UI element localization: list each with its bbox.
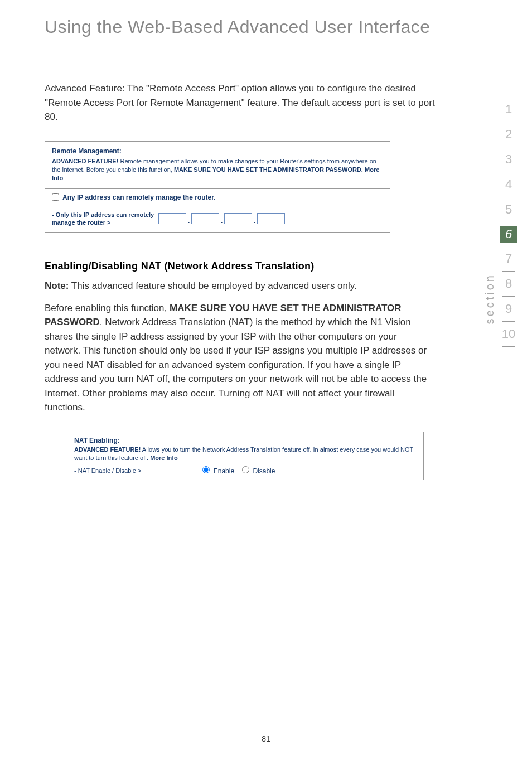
nav-10[interactable]: 10	[500, 325, 518, 343]
page-number: 81	[262, 734, 270, 743]
nat-more-info-link[interactable]: More Info	[150, 454, 178, 461]
nav-divider	[502, 321, 515, 322]
remote-management-panel: Remote Management: ADVANCED FEATURE! Rem…	[45, 141, 390, 233]
ip-inputs: . . .	[158, 213, 285, 224]
ip-octet-1[interactable]	[158, 213, 186, 224]
nat-enable-row: - NAT Enable / Disable > Enable Disable	[74, 466, 417, 475]
nat-body-post: . Network Address Translation (NAT) is t…	[45, 317, 427, 413]
nav-8[interactable]: 8	[500, 275, 518, 293]
nat-disable-label[interactable]: Disable	[242, 466, 275, 475]
ip-dot: .	[254, 217, 255, 224]
nat-heading: Enabling/Disabling NAT (Network Address …	[45, 260, 435, 272]
nat-radio-group: Enable Disable	[202, 466, 275, 475]
ip-octet-2[interactable]	[191, 213, 219, 224]
nav-3[interactable]: 3	[500, 151, 518, 168]
nat-note: Note: This advanced feature should be em…	[45, 279, 435, 293]
nat-enable-radio[interactable]	[202, 466, 210, 473]
nat-row-label: - NAT Enable / Disable >	[74, 467, 141, 474]
any-ip-label: Any IP address can remotely manage the r…	[62, 193, 216, 201]
nat-body-pre: Before enabling this function,	[45, 303, 170, 313]
nav-divider	[502, 296, 515, 297]
nav-2[interactable]: 2	[500, 125, 518, 143]
nat-panel-title: NAT Enabling:	[74, 437, 417, 444]
remote-panel-title: Remote Management:	[52, 147, 383, 155]
nav-divider	[502, 271, 515, 272]
nav-divider	[502, 222, 515, 222]
nat-enabling-panel: NAT Enabling: ADVANCED FEATURE! Allows y…	[67, 432, 424, 480]
note-text: This advanced feature should be employed…	[69, 280, 356, 291]
nat-body: Before enabling this function, MAKE SURE…	[45, 301, 435, 415]
ip-dot: .	[221, 217, 223, 224]
panel-divider	[45, 188, 390, 189]
ip-dot: .	[188, 217, 190, 224]
page-title: Using the Web-Based Advanced User Interf…	[45, 17, 499, 37]
nav-divider	[502, 122, 515, 122]
any-ip-checkbox-row: Any IP address can remotely manage the r…	[52, 193, 383, 201]
intro-paragraph: Advanced Feature: The "Remote Access Por…	[45, 81, 435, 124]
nav-1[interactable]: 1	[500, 100, 518, 118]
only-ip-row: - Only this IP address can remotelymanag…	[52, 211, 383, 227]
nav-4[interactable]: 4	[500, 176, 518, 193]
nat-enable-text: Enable	[214, 467, 234, 475]
any-ip-checkbox[interactable]	[52, 193, 59, 201]
nat-enable-label[interactable]: Enable	[202, 466, 234, 475]
nat-panel-text: ADVANCED FEATURE! Allows you to turn the…	[74, 446, 417, 463]
nav-5[interactable]: 5	[500, 201, 518, 219]
ip-octet-3[interactable]	[224, 213, 252, 224]
nav-divider	[502, 246, 515, 246]
nav-divider	[502, 346, 515, 347]
nav-9[interactable]: 9	[500, 300, 518, 318]
section-nav: 1 2 3 4 5 6 7 8 9 10	[500, 100, 518, 347]
ip-octet-4[interactable]	[257, 213, 285, 224]
nat-disable-text: Disable	[253, 467, 275, 475]
nat-panel-lead: ADVANCED FEATURE!	[74, 446, 141, 453]
note-bold: Note:	[45, 280, 69, 291]
remote-panel-boldtext: MAKE SURE YOU HAVE SET THE ADMINISTRATOR…	[174, 166, 363, 173]
nat-disable-radio[interactable]	[242, 466, 249, 473]
section-vertical-label: section	[483, 273, 496, 324]
remote-panel-lead: ADVANCED FEATURE!	[52, 158, 118, 164]
nav-divider	[502, 197, 515, 197]
nav-divider	[502, 147, 515, 147]
remote-panel-text: ADVANCED FEATURE! Remote management allo…	[52, 157, 383, 183]
nav-7[interactable]: 7	[500, 250, 518, 268]
panel-divider-2	[45, 206, 390, 206]
title-underline	[45, 42, 480, 42]
only-ip-label: - Only this IP address can remotelymanag…	[52, 211, 154, 227]
content-area: Advanced Feature: The "Remote Access Por…	[45, 81, 435, 480]
nav-divider	[502, 172, 515, 172]
nav-6-active[interactable]: 6	[500, 226, 517, 243]
